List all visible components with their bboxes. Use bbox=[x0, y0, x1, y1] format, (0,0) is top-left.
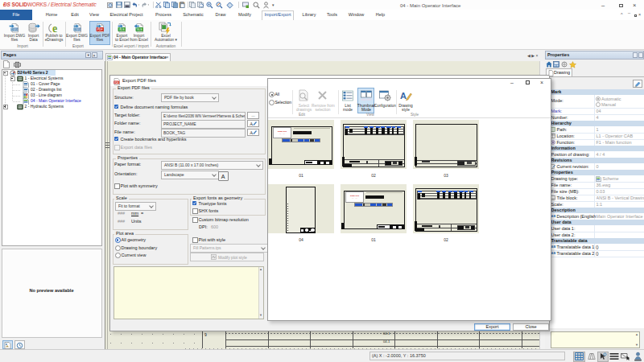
svg-text:DWG: DWG bbox=[74, 28, 80, 31]
svg-text:e: e bbox=[52, 23, 57, 35]
svg-text:XLS: XLS bbox=[119, 28, 125, 31]
svg-text:XLS: XLS bbox=[136, 28, 142, 31]
svg-text:A: A bbox=[400, 91, 407, 101]
svg-text:PDF: PDF bbox=[114, 80, 119, 84]
svg-text:A: A bbox=[250, 130, 254, 135]
svg-text:DWG: DWG bbox=[11, 28, 18, 31]
svg-text:PDF: PDF bbox=[97, 28, 102, 31]
svg-text:A: A bbox=[250, 121, 254, 126]
